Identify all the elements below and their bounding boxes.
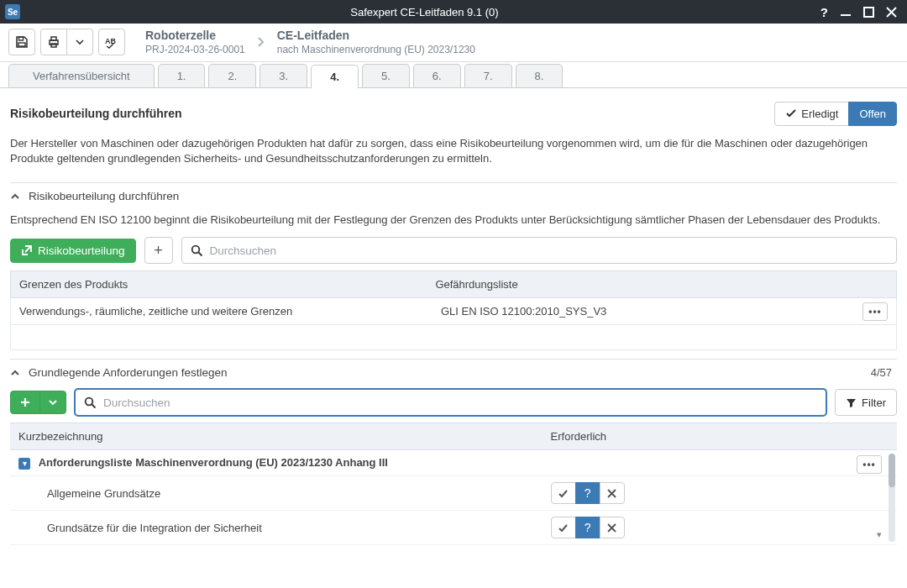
- help-icon[interactable]: ?: [820, 5, 828, 19]
- required-unknown-button[interactable]: ?: [575, 517, 600, 538]
- intro-text: Der Hersteller von Maschinen oder dazuge…: [10, 136, 897, 168]
- tab-overview[interactable]: Verfahrensübersicht: [8, 64, 155, 87]
- chevron-right-icon: [257, 36, 265, 48]
- tab-step-8[interactable]: 8.: [516, 64, 564, 87]
- svg-rect-4: [19, 37, 24, 40]
- search-requirements[interactable]: [75, 389, 826, 416]
- svg-line-15: [92, 404, 96, 407]
- content-area: Risikobeurteilung durchführen Erledigt O…: [0, 88, 907, 589]
- chevron-down-icon[interactable]: ▾: [877, 529, 882, 540]
- tab-step-3[interactable]: 3.: [260, 64, 307, 87]
- add-requirement-split-button: [10, 391, 66, 414]
- section-risk-header[interactable]: Risikobeurteilung durchführen: [10, 182, 897, 209]
- app-icon: Se: [5, 4, 20, 19]
- svg-rect-5: [18, 43, 25, 46]
- status-toggle: Erledigt Offen: [774, 102, 897, 126]
- risk-grid-header: Grenzen des Produkts Gefährdungsliste: [10, 270, 897, 298]
- svg-point-14: [86, 397, 93, 405]
- svg-rect-0: [841, 14, 851, 16]
- svg-point-10: [191, 245, 199, 253]
- chevron-up-icon[interactable]: [10, 192, 20, 202]
- required-no-button[interactable]: [600, 482, 625, 504]
- requirement-counter: 4/57: [871, 366, 897, 379]
- window-title: Safexpert CE-Leitfaden 9.1 (0): [29, 6, 820, 18]
- group-actions-button[interactable]: •••: [857, 455, 882, 474]
- svg-rect-8: [51, 44, 56, 47]
- search-icon: [84, 396, 97, 409]
- tab-step-6[interactable]: 6.: [413, 64, 461, 87]
- close-icon[interactable]: [886, 7, 897, 18]
- main-toolbar: AB Roboterzelle PRJ-2024-03-26-0001 CE-L…: [0, 24, 907, 62]
- svg-rect-7: [51, 37, 56, 40]
- page-title: Risikobeurteilung durchführen: [10, 107, 182, 120]
- tab-step-4[interactable]: 4.: [311, 65, 359, 88]
- req-row[interactable]: Grundsätze für die Integration der Siche…: [10, 511, 897, 545]
- search-icon: [191, 244, 203, 257]
- tab-step-7[interactable]: 7.: [464, 64, 512, 87]
- status-done-button[interactable]: Erledigt: [774, 102, 849, 126]
- tab-step-5[interactable]: 5.: [362, 64, 410, 87]
- req-row[interactable]: Allgemeine Grundsätze ?: [10, 476, 897, 511]
- tab-step-1[interactable]: 1.: [158, 64, 206, 87]
- required-yes-button[interactable]: [551, 482, 576, 504]
- required-yes-button[interactable]: [551, 517, 576, 538]
- add-requirement-button[interactable]: [10, 391, 40, 414]
- required-toggle: ?: [551, 482, 821, 504]
- print-button[interactable]: [40, 29, 67, 55]
- add-risk-button[interactable]: +: [144, 237, 173, 264]
- required-no-button[interactable]: [600, 517, 625, 538]
- breadcrumb: Roboterzelle PRJ-2024-03-26-0001 CE-Leit…: [145, 29, 475, 56]
- collapse-icon[interactable]: ▾: [18, 458, 30, 470]
- required-toggle: ?: [551, 517, 821, 538]
- section-req-header[interactable]: Grundlegende Anforderungen festlegen 4/5…: [10, 359, 897, 386]
- minimize-icon[interactable]: [840, 6, 852, 18]
- filter-button[interactable]: Filter: [835, 389, 897, 416]
- print-dropdown-button[interactable]: [66, 29, 93, 55]
- req-group-row[interactable]: ▾ Anforderungsliste Maschinenverordnung …: [10, 450, 897, 476]
- search-risk-input[interactable]: [210, 244, 888, 257]
- breadcrumb-guide[interactable]: CE-Leitfaden nach Maschinenverordnung (E…: [277, 29, 475, 56]
- row-actions-button[interactable]: •••: [862, 302, 888, 321]
- open-risk-assessment-button[interactable]: Risikobeurteilung: [10, 239, 136, 263]
- section-risk-desc: Entsprechend EN ISO 12100 beginnt die Ri…: [10, 213, 897, 228]
- scrollbar[interactable]: [889, 454, 895, 542]
- search-risk[interactable]: [181, 237, 897, 264]
- search-requirements-input[interactable]: [103, 396, 817, 409]
- tab-step-2[interactable]: 2.: [208, 64, 256, 87]
- svg-text:AB: AB: [105, 37, 116, 45]
- svg-line-11: [198, 252, 202, 255]
- breadcrumb-project[interactable]: Roboterzelle PRJ-2024-03-26-0001: [145, 29, 245, 56]
- spellcheck-button[interactable]: AB: [98, 29, 125, 55]
- svg-rect-1: [864, 8, 873, 17]
- title-bar: Se Safexpert CE-Leitfaden 9.1 (0) ?: [0, 0, 907, 24]
- risk-grid-row[interactable]: Verwendungs-, räumliche, zeitliche und w…: [10, 298, 897, 325]
- maximize-icon[interactable]: [863, 7, 874, 18]
- step-tabs: Verfahrensübersicht 1. 2. 3. 4. 5. 6. 7.…: [0, 64, 907, 88]
- status-open-button[interactable]: Offen: [848, 102, 897, 126]
- save-button[interactable]: [8, 29, 35, 55]
- chevron-up-icon[interactable]: [10, 368, 20, 378]
- required-unknown-button[interactable]: ?: [575, 482, 600, 504]
- req-grid-header: Kurzbezeichnung Erforderlich: [10, 423, 897, 450]
- add-requirement-dropdown[interactable]: [39, 391, 66, 414]
